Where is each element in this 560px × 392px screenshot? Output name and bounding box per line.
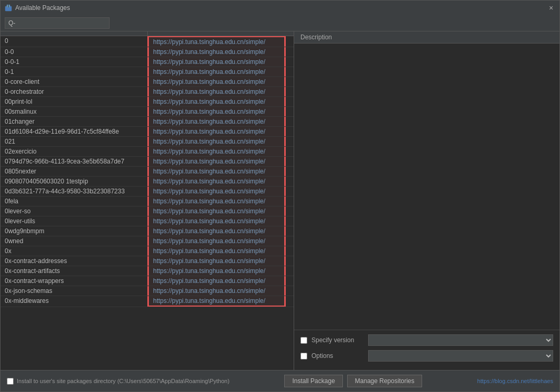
manage-repositories-button[interactable]: Manage Repositories xyxy=(347,375,422,387)
package-name-cell: 0-1 xyxy=(1,67,147,77)
package-repo-cell: https://pypi.tuna.tsinghua.edu.cn/simple… xyxy=(147,77,286,86)
package-name-cell: 0-0-1 xyxy=(1,57,147,67)
package-name-cell: 0x-contract-addresses xyxy=(1,256,147,266)
table-row[interactable]: 021https://pypi.tuna.tsinghua.edu.cn/sim… xyxy=(1,137,294,147)
package-repo-cell: https://pypi.tuna.tsinghua.edu.cn/simple… xyxy=(147,167,286,176)
package-column-header xyxy=(1,31,147,36)
bottom-left: Install to user's site packages director… xyxy=(7,378,230,385)
table-row[interactable]: 01changerhttps://pypi.tuna.tsinghua.edu.… xyxy=(1,117,294,127)
package-name-cell: 09080704050603020 1testpip xyxy=(1,177,147,186)
version-select[interactable] xyxy=(368,334,553,346)
version-column-header xyxy=(147,31,216,36)
table-row[interactable]: 0-0-1https://pypi.tuna.tsinghua.edu.cn/s… xyxy=(1,57,294,67)
table-row[interactable]: 09080704050603020 1testpiphttps://pypi.t… xyxy=(1,177,294,187)
table-row[interactable]: 0https://pypi.tuna.tsinghua.edu.cn/simpl… xyxy=(1,36,294,47)
install-path-row: Install to user's site packages director… xyxy=(7,378,230,385)
table-row[interactable]: 0felahttps://pypi.tuna.tsinghua.edu.cn/s… xyxy=(1,197,294,206)
package-repo-cell: https://pypi.tuna.tsinghua.edu.cn/simple… xyxy=(147,36,286,47)
package-repo-cell: https://pypi.tuna.tsinghua.edu.cn/simple… xyxy=(147,236,286,246)
package-name-cell: 00smalinux xyxy=(1,107,147,116)
package-repo-cell: https://pypi.tuna.tsinghua.edu.cn/simple… xyxy=(147,187,286,196)
specify-version-row: Specify version xyxy=(300,334,553,346)
options-row: Options xyxy=(300,350,553,362)
table-row[interactable]: 0-core-clienthttps://pypi.tuna.tsinghua.… xyxy=(1,77,294,87)
table-row[interactable]: 0wnedhttps://pypi.tuna.tsinghua.edu.cn/s… xyxy=(1,236,294,246)
options-checkbox[interactable] xyxy=(300,353,307,360)
description-area xyxy=(294,43,559,330)
package-name-cell: 0 xyxy=(1,36,147,47)
package-repo-cell: https://pypi.tuna.tsinghua.edu.cn/simple… xyxy=(147,107,286,116)
package-name-cell: 0fela xyxy=(1,197,147,206)
search-input[interactable] xyxy=(5,17,110,29)
package-repo-cell: https://pypi.tuna.tsinghua.edu.cn/simple… xyxy=(147,137,286,146)
package-name-cell: 01changer xyxy=(1,117,147,126)
table-row[interactable]: 01d61084-d29e-11e9-96d1-7c5cf84ffe8ehttp… xyxy=(1,127,294,137)
table-row[interactable]: 0-0https://pypi.tuna.tsinghua.edu.cn/sim… xyxy=(1,47,294,57)
window-title: Available Packages xyxy=(15,4,70,12)
package-name-cell: 0wned xyxy=(1,236,147,246)
package-repo-cell: https://pypi.tuna.tsinghua.edu.cn/simple… xyxy=(147,226,286,236)
specify-version-label: Specify version xyxy=(311,336,364,344)
package-name-cell: 0lever-utils xyxy=(1,216,147,226)
install-package-button[interactable]: Install Package xyxy=(284,375,342,387)
specify-version-checkbox[interactable] xyxy=(300,337,307,344)
package-name-cell: 0794d79c-966b-4113-9cea-3e5b658a7de7 xyxy=(1,157,147,166)
package-name-cell: 0-orchestrator xyxy=(1,87,147,96)
package-repo-cell: https://pypi.tuna.tsinghua.edu.cn/simple… xyxy=(147,147,286,156)
description-label: Description xyxy=(300,34,332,41)
table-row[interactable]: 02exerciciohttps://pypi.tuna.tsinghua.ed… xyxy=(1,147,294,157)
package-repo-cell: https://pypi.tuna.tsinghua.edu.cn/simple… xyxy=(147,286,286,296)
table-row[interactable]: 0lever-utilshttps://pypi.tuna.tsinghua.e… xyxy=(1,216,294,226)
package-name-cell: 021 xyxy=(1,137,147,146)
package-repo-cell: https://pypi.tuna.tsinghua.edu.cn/simple… xyxy=(147,246,286,256)
title-bar: Available Packages × xyxy=(1,1,559,15)
package-repo-cell: https://pypi.tuna.tsinghua.edu.cn/simple… xyxy=(147,296,286,307)
package-name-cell: 0lever-so xyxy=(1,206,147,216)
title-bar-left: Available Packages xyxy=(5,4,70,12)
bottom-buttons: Install Package Manage Repositories xyxy=(284,375,422,387)
available-packages-window: Available Packages × 0https://pypi.tuna.… xyxy=(0,0,560,392)
bottom-bar: Install to user's site packages director… xyxy=(1,370,559,391)
package-name-cell: 0x-contract-wrappers xyxy=(1,276,147,286)
table-row[interactable]: 0x-contract-addresseshttps://pypi.tuna.t… xyxy=(1,256,294,266)
package-repo-cell: https://pypi.tuna.tsinghua.edu.cn/simple… xyxy=(147,197,286,206)
table-row[interactable]: 0wdg9nbmpmhttps://pypi.tuna.tsinghua.edu… xyxy=(1,226,294,236)
table-header xyxy=(1,31,294,36)
package-repo-cell: https://pypi.tuna.tsinghua.edu.cn/simple… xyxy=(147,97,286,106)
package-name-cell: 0805nexter xyxy=(1,167,147,176)
package-repo-cell: https://pypi.tuna.tsinghua.edu.cn/simple… xyxy=(147,57,286,67)
table-row[interactable]: 00smalinuxhttps://pypi.tuna.tsinghua.edu… xyxy=(1,107,294,117)
table-row[interactable]: 0xhttps://pypi.tuna.tsinghua.edu.cn/simp… xyxy=(1,246,294,256)
package-name-cell: 0-0 xyxy=(1,47,147,57)
package-repo-cell: https://pypi.tuna.tsinghua.edu.cn/simple… xyxy=(147,256,286,266)
table-row[interactable]: 0805nexterhttps://pypi.tuna.tsinghua.edu… xyxy=(1,167,294,177)
package-repo-cell: https://pypi.tuna.tsinghua.edu.cn/simple… xyxy=(147,157,286,166)
table-row[interactable]: 0x-middlewareshttps://pypi.tuna.tsinghua… xyxy=(1,296,294,307)
csdn-link: https://blog.csdn.net/littlehaes xyxy=(477,378,553,384)
package-name-cell: 0x-contract-artifacts xyxy=(1,266,147,276)
package-repo-cell: https://pypi.tuna.tsinghua.edu.cn/simple… xyxy=(147,206,286,216)
close-button[interactable]: × xyxy=(547,4,555,12)
table-row[interactable]: 0794d79c-966b-4113-9cea-3e5b658a7de7http… xyxy=(1,157,294,167)
table-row[interactable]: 0x-contract-wrappershttps://pypi.tuna.ts… xyxy=(1,276,294,286)
package-icon xyxy=(5,4,12,12)
package-repo-cell: https://pypi.tuna.tsinghua.edu.cn/simple… xyxy=(147,127,286,136)
search-bar xyxy=(1,15,559,31)
user-site-checkbox[interactable] xyxy=(7,378,14,385)
options-select[interactable] xyxy=(368,350,553,362)
package-name-cell: 0wdg9nbmpm xyxy=(1,226,147,236)
table-row[interactable]: 0-orchestratorhttps://pypi.tuna.tsinghua… xyxy=(1,87,294,97)
options-section: Specify version Options xyxy=(294,330,559,370)
package-name-cell: 0x xyxy=(1,246,147,256)
table-row[interactable]: 0d3b6321-777a-44c3-9580-33b223087233http… xyxy=(1,187,294,197)
package-name-cell: 02exercicio xyxy=(1,147,147,156)
package-repo-cell: https://pypi.tuna.tsinghua.edu.cn/simple… xyxy=(147,67,286,77)
table-row[interactable]: 0x-contract-artifactshttps://pypi.tuna.t… xyxy=(1,266,294,276)
package-name-cell: 00print-lol xyxy=(1,97,147,106)
table-row[interactable]: 0-1https://pypi.tuna.tsinghua.edu.cn/sim… xyxy=(1,67,294,77)
table-row[interactable]: 0x-json-schemashttps://pypi.tuna.tsinghu… xyxy=(1,286,294,296)
table-row[interactable]: 00print-lolhttps://pypi.tuna.tsinghua.ed… xyxy=(1,97,294,107)
package-list[interactable]: 0https://pypi.tuna.tsinghua.edu.cn/simpl… xyxy=(1,36,294,370)
table-row[interactable]: 0lever-sohttps://pypi.tuna.tsinghua.edu.… xyxy=(1,206,294,216)
package-repo-cell: https://pypi.tuna.tsinghua.edu.cn/simple… xyxy=(147,47,286,57)
